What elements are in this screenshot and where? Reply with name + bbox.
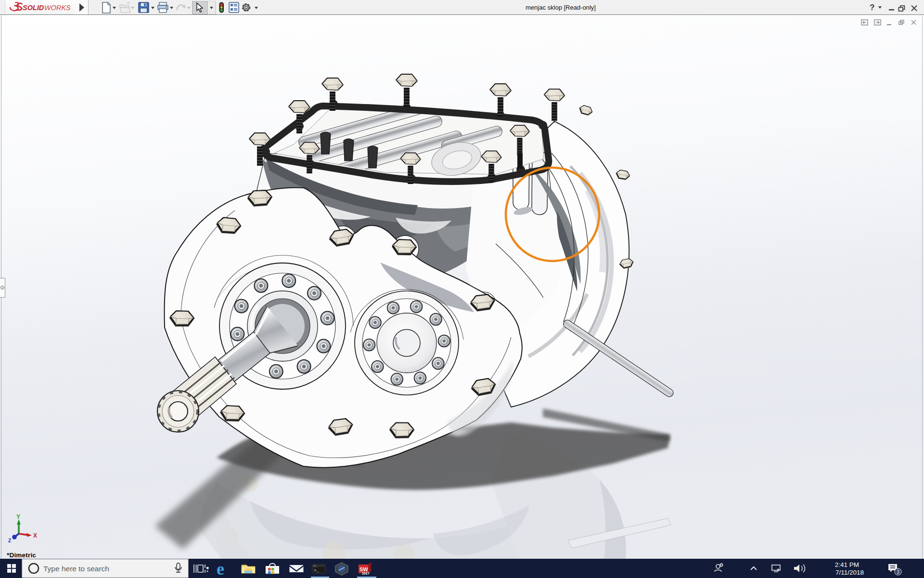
svg-text:2:41 PM: 2:41 PM bbox=[835, 561, 859, 568]
svg-text:Y: Y bbox=[16, 513, 20, 520]
svg-text:SOLID: SOLID bbox=[23, 4, 44, 12]
svg-text:>_: >_ bbox=[314, 568, 319, 573]
svg-text:Z: Z bbox=[8, 538, 11, 543]
svg-text:WORKS: WORKS bbox=[44, 4, 71, 12]
svg-text:?: ? bbox=[870, 3, 874, 12]
svg-text:X: X bbox=[33, 532, 37, 539]
svg-text:C:\_: C:\_ bbox=[313, 565, 318, 567]
svg-text:7/11/2018: 7/11/2018 bbox=[835, 569, 864, 576]
svg-text:2017: 2017 bbox=[362, 572, 370, 575]
svg-text:Type here to search: Type here to search bbox=[43, 565, 109, 573]
svg-text:3: 3 bbox=[897, 569, 899, 575]
svg-text:e: e bbox=[217, 559, 224, 578]
